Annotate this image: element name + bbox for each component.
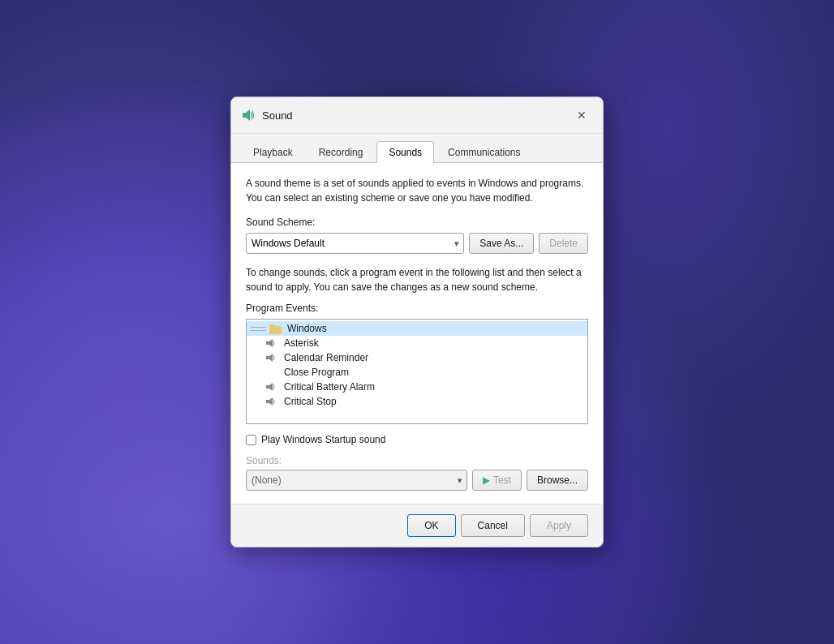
- tab-sounds[interactable]: Sounds: [376, 141, 434, 163]
- description-text: A sound theme is a set of sounds applied…: [246, 176, 588, 205]
- svg-marker-3: [266, 339, 273, 347]
- tab-recording[interactable]: Recording: [307, 141, 376, 163]
- event-label-critical-stop: Critical Stop: [284, 396, 337, 407]
- svg-rect-2: [269, 326, 282, 334]
- event-item-asterisk[interactable]: Asterisk: [247, 336, 587, 350]
- title-bar-controls: ✕: [570, 104, 593, 127]
- group-indent: [250, 323, 282, 334]
- event-item-close-program[interactable]: Close Program: [247, 365, 587, 380]
- folder-icon: [269, 323, 282, 334]
- svg-marker-6: [266, 397, 273, 406]
- speaker-icon-critical-battery: [266, 382, 279, 392]
- event-label-calendar-reminder: Calendar Reminder: [284, 352, 368, 363]
- event-label-critical-battery: Critical Battery Alarm: [284, 381, 375, 393]
- svg-marker-4: [266, 354, 273, 362]
- ok-button[interactable]: OK: [407, 514, 455, 537]
- sound-dialog: Sound ✕ Playback Recording Sounds Commun…: [230, 97, 604, 547]
- sounds-label: Sounds:: [246, 455, 588, 466]
- windows-group-label: Windows: [287, 323, 327, 334]
- speaker-icon-critical-stop: [266, 397, 279, 406]
- delete-button[interactable]: Delete: [539, 233, 588, 254]
- test-button[interactable]: ▶ Test: [472, 470, 522, 491]
- sounds-select[interactable]: (None): [246, 470, 467, 491]
- apply-button[interactable]: Apply: [530, 514, 588, 537]
- sound-scheme-label: Sound Scheme:: [246, 217, 588, 228]
- save-as-button[interactable]: Save As...: [469, 233, 534, 254]
- tab-strip: Playback Recording Sounds Communications: [231, 134, 603, 163]
- svg-marker-1: [246, 109, 250, 121]
- event-label-close-program: Close Program: [284, 367, 349, 378]
- event-item-critical-stop[interactable]: Critical Stop: [247, 394, 587, 409]
- event-group-windows[interactable]: Windows: [247, 321, 587, 336]
- program-events-list[interactable]: Windows Asterisk Calendar Re: [246, 319, 588, 424]
- test-label: Test: [493, 474, 511, 486]
- event-item-critical-battery[interactable]: Critical Battery Alarm: [247, 380, 587, 394]
- tab-communications[interactable]: Communications: [436, 141, 532, 163]
- play-icon: ▶: [483, 474, 490, 486]
- sound-scheme-select[interactable]: Windows Default: [246, 233, 464, 254]
- svg-rect-0: [243, 113, 246, 118]
- sound-scheme-row: Windows Default Save As... Delete: [246, 233, 588, 254]
- sounds-select-wrapper: (None): [246, 470, 467, 491]
- program-events-label: Program Events:: [246, 303, 588, 314]
- tab-playback[interactable]: Playback: [241, 141, 305, 163]
- svg-marker-5: [266, 383, 273, 391]
- dialog-title: Sound: [262, 109, 570, 122]
- startup-sound-label[interactable]: Play Windows Startup sound: [261, 434, 385, 445]
- event-item-calendar-reminder[interactable]: Calendar Reminder: [247, 350, 587, 365]
- speaker-icon-asterisk: [266, 338, 279, 348]
- speaker-icon-calendar: [266, 353, 279, 363]
- event-label-asterisk: Asterisk: [284, 337, 319, 349]
- title-bar: Sound ✕: [231, 97, 603, 134]
- startup-sound-checkbox[interactable]: [246, 435, 256, 445]
- change-description-text: To change sounds, click a program event …: [246, 265, 588, 294]
- speaker-icon: [241, 108, 256, 122]
- sound-scheme-select-wrapper: Windows Default: [246, 233, 464, 254]
- events-list-inner: Windows Asterisk Calendar Re: [247, 320, 587, 410]
- dialog-content: A sound theme is a set of sounds applied…: [231, 163, 603, 504]
- sounds-row: (None) ▶ Test Browse...: [246, 470, 588, 491]
- startup-sound-row: Play Windows Startup sound: [246, 434, 588, 445]
- browse-button[interactable]: Browse...: [527, 470, 588, 491]
- close-button[interactable]: ✕: [570, 104, 593, 127]
- cancel-button[interactable]: Cancel: [461, 514, 525, 537]
- dialog-footer: OK Cancel Apply: [231, 504, 603, 547]
